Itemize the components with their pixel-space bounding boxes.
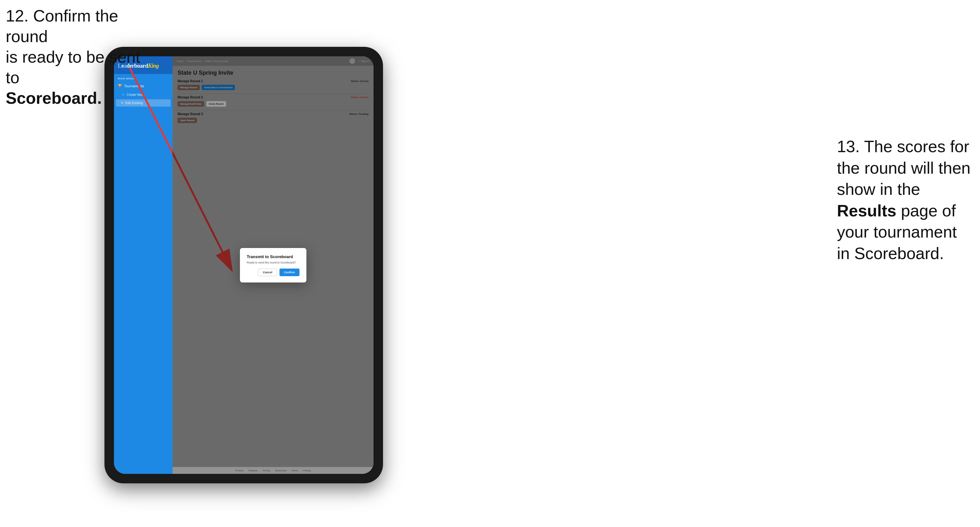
tablet-device: LeaderboardKing MAIN MENU 🏆 Tournaments … — [105, 47, 383, 483]
tablet-screen: LeaderboardKing MAIN MENU 🏆 Tournaments … — [114, 56, 374, 474]
annotation-right-line6: in Scoreboard. — [837, 244, 944, 263]
annotation-right: 13. The scores for the round will then s… — [837, 136, 970, 264]
sidebar: LeaderboardKing MAIN MENU 🏆 Tournaments … — [114, 56, 172, 474]
annotation-right-line1: 13. The scores for — [837, 137, 969, 156]
modal-overlay: Transmit to Scoreboard Ready to send thi… — [172, 56, 374, 474]
annotation-line1: 12. Confirm the round — [6, 6, 118, 46]
annotation-line2: is ready to be sent to — [6, 48, 140, 87]
annotation-right-line2: the round will then — [837, 159, 970, 177]
annotation-right-line4rest: page of — [896, 202, 956, 220]
modal-confirm-button[interactable]: Confirm — [280, 268, 299, 276]
annotation-top: 12. Confirm the round is ready to be sen… — [6, 6, 151, 108]
annotation-right-line5: your tournament — [837, 223, 957, 241]
modal-subtitle: Ready to send this round to Scoreboard? — [247, 261, 299, 264]
annotation-right-line3: show in the — [837, 180, 920, 198]
transmit-modal: Transmit to Scoreboard Ready to send thi… — [240, 248, 306, 283]
main-content: Home › Tournaments › State U Spring Invi… — [172, 56, 374, 474]
app-layout: LeaderboardKing MAIN MENU 🏆 Tournaments … — [114, 56, 374, 474]
annotation-line3: Scoreboard. — [6, 89, 102, 107]
modal-title: Transmit to Scoreboard — [247, 254, 299, 259]
modal-cancel-button[interactable]: Cancel — [258, 268, 277, 276]
annotation-right-bold: Results — [837, 202, 896, 220]
modal-actions: Cancel Confirm — [247, 268, 299, 276]
